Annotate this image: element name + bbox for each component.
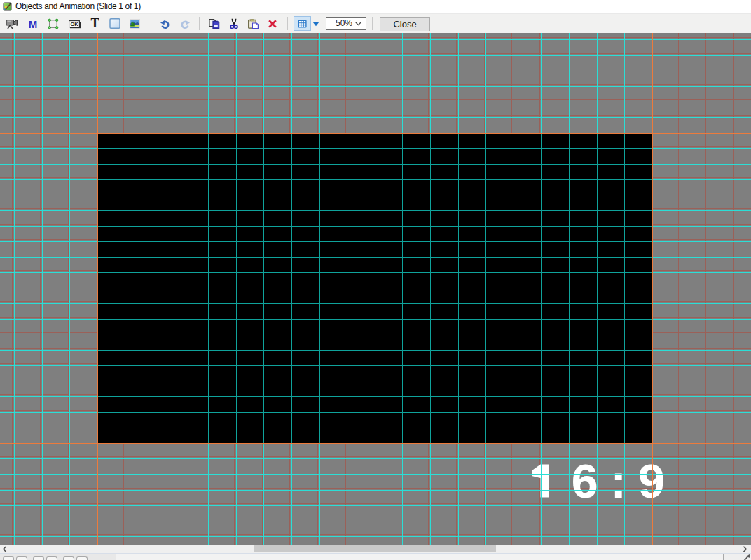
timeline-tool-button-top[interactable] xyxy=(33,556,44,560)
add-frame-button[interactable] xyxy=(48,18,59,29)
add-text-button[interactable]: T xyxy=(89,16,101,31)
add-image-button[interactable] xyxy=(130,19,140,29)
rectangle-icon xyxy=(110,19,120,28)
scissors-icon xyxy=(230,19,237,29)
redo-button[interactable] xyxy=(181,19,190,29)
timeline-playhead xyxy=(153,555,153,560)
timeline-tool-button-top[interactable] xyxy=(76,556,88,560)
picture-icon xyxy=(130,19,139,28)
toolbar-separator xyxy=(372,17,373,30)
copy-button[interactable] xyxy=(209,19,220,29)
add-video-button[interactable] xyxy=(6,19,18,29)
add-rectangle-button[interactable] xyxy=(109,18,120,29)
app-icon xyxy=(3,2,12,11)
zoom-value: 50% xyxy=(336,18,352,28)
grid-toggle-button[interactable] xyxy=(294,16,311,31)
toolbar: M OK T xyxy=(0,13,751,33)
resize-corner-icon xyxy=(743,554,751,560)
ok-glyph: OK xyxy=(70,21,78,27)
delete-cross-icon xyxy=(269,20,276,27)
add-mask-button[interactable]: M xyxy=(27,18,39,30)
delete-button[interactable] xyxy=(268,19,277,29)
toolbar-separator xyxy=(199,17,200,30)
cut-button[interactable] xyxy=(230,18,238,29)
timeline-tool-button-top[interactable] xyxy=(3,556,14,560)
ok-button-icon: OK xyxy=(69,21,81,29)
redo-arrow-icon xyxy=(182,20,190,28)
copy-pages-icon xyxy=(209,20,219,29)
frame-handles-icon xyxy=(48,19,58,29)
timeline-tool-button-top[interactable] xyxy=(46,556,57,560)
undo-button[interactable] xyxy=(160,19,170,29)
title-bar: Objects and Animation (Slide 1 of 1) xyxy=(0,0,751,13)
toolbar-separator xyxy=(151,17,151,30)
timeline-tool-button-top[interactable] xyxy=(16,556,27,560)
aspect-ratio-label-text: 6 : 9 xyxy=(572,454,665,508)
scroll-left-icon[interactable] xyxy=(2,546,8,552)
add-button-button[interactable]: OK xyxy=(69,20,81,29)
scroll-right-icon[interactable] xyxy=(742,546,747,552)
paste-button[interactable] xyxy=(248,19,259,29)
movie-camera-icon xyxy=(6,20,18,29)
window-title: Objects and Animation (Slide 1 of 1) xyxy=(15,1,141,11)
editor-canvas[interactable]: 6 : 9 xyxy=(0,33,751,545)
bottom-panel xyxy=(0,553,751,560)
objects-and-animation-icon xyxy=(4,3,12,11)
undo-arrow-icon xyxy=(160,20,168,28)
grid-icon xyxy=(298,20,307,28)
horizontal-scrollbar[interactable] xyxy=(0,545,751,553)
timeline-tool-button-top[interactable] xyxy=(63,556,74,560)
chevron-down-icon xyxy=(355,22,361,26)
bottom-panel-left xyxy=(0,554,116,560)
toolbar-separator xyxy=(287,17,288,30)
clipboard-paste-icon xyxy=(249,19,259,28)
close-button[interactable]: Close xyxy=(380,17,430,31)
zoom-combobox[interactable]: 50% xyxy=(326,17,366,30)
grid-dropdown-arrow[interactable] xyxy=(312,22,319,27)
scrollbar-thumb[interactable] xyxy=(254,545,496,552)
